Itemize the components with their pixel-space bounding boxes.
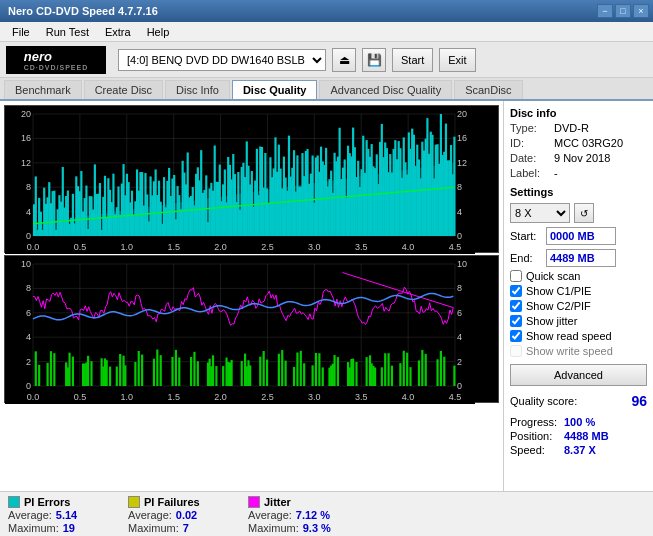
disc-label-value: - [554,167,558,179]
menu-help[interactable]: Help [139,24,178,40]
jitter-avg-value: 7.12 % [296,509,330,521]
chart-bottom [4,255,499,403]
show-c2pif-checkbox[interactable] [510,300,522,312]
jitter-max: Maximum: 9.3 % [248,522,348,534]
show-write-speed-checkbox [510,345,522,357]
nero-logo: nero CD·DVD/SPEED [6,46,106,74]
speed-row: Speed: 8.37 X [510,444,647,456]
right-panel: Disc info Type: DVD-R ID: MCC 03RG20 Dat… [503,101,653,491]
pi-failures-max-value: 7 [183,522,189,534]
position-row: Position: 4488 MB [510,430,647,442]
toolbar: nero CD·DVD/SPEED [4:0] BENQ DVD DD DW16… [0,42,653,78]
refresh-icon[interactable]: ↺ [574,203,594,223]
date-value: 9 Nov 2018 [554,152,610,164]
start-button[interactable]: Start [392,48,433,72]
app-title: Nero CD-DVD Speed 4.7.7.16 [8,5,158,17]
show-c1pie-label: Show C1/PIE [526,285,591,297]
progress-row: Progress: 100 % [510,416,647,428]
start-mb-row: Start: [510,227,647,245]
menu-file[interactable]: File [4,24,38,40]
jitter-max-value: 9.3 % [303,522,331,534]
pi-failures-avg-value: 0.02 [176,509,197,521]
jitter-color [248,496,260,508]
main-content: Disc info Type: DVD-R ID: MCC 03RG20 Dat… [0,101,653,491]
show-jitter-row: Show jitter [510,315,647,327]
tab-benchmark[interactable]: Benchmark [4,80,82,99]
minimize-button[interactable]: − [597,4,613,18]
pi-errors-max: Maximum: 19 [8,522,108,534]
show-c2pif-label: Show C2/PIF [526,300,591,312]
close-button[interactable]: × [633,4,649,18]
progress-label: Progress: [510,416,560,428]
jitter-header: Jitter [248,496,348,508]
chart-top [4,105,499,253]
pi-failures-color [128,496,140,508]
show-read-speed-label: Show read speed [526,330,612,342]
tab-advanced-disc-quality[interactable]: Advanced Disc Quality [319,80,452,99]
menu-run-test[interactable]: Run Test [38,24,97,40]
start-label: Start: [510,230,542,242]
show-jitter-label: Show jitter [526,315,577,327]
show-c1pie-checkbox[interactable] [510,285,522,297]
quick-scan-checkbox[interactable] [510,270,522,282]
pi-errors-avg-label: Average: [8,509,52,521]
chart-area [0,101,503,491]
speed-select[interactable]: 8 X [510,203,570,223]
id-value: MCC 03RG20 [554,137,623,149]
show-write-speed-row: Show write speed [510,345,647,357]
speed-value: 8.37 X [564,444,596,456]
jitter-title: Jitter [264,496,291,508]
date-row: Date: 9 Nov 2018 [510,152,647,164]
pi-errors-color [8,496,20,508]
save-icon[interactable]: 💾 [362,48,386,72]
tab-bar: Benchmark Create Disc Disc Info Disc Qua… [0,78,653,101]
settings-title: Settings [510,186,647,198]
id-label: ID: [510,137,550,149]
pi-errors-group: PI Errors Average: 5.14 Maximum: 19 Tota… [8,496,108,536]
maximize-button[interactable]: □ [615,4,631,18]
show-read-speed-checkbox[interactable] [510,330,522,342]
tab-scandisc[interactable]: ScanDisc [454,80,522,99]
pi-errors-title: PI Errors [24,496,70,508]
drive-select[interactable]: [4:0] BENQ DVD DD DW1640 BSLB [118,49,326,71]
progress-value: 100 % [564,416,595,428]
speed-row: 8 X ↺ [510,203,647,223]
show-c2pif-row: Show C2/PIF [510,300,647,312]
show-write-speed-label: Show write speed [526,345,613,357]
show-read-speed-row: Show read speed [510,330,647,342]
type-row: Type: DVD-R [510,122,647,134]
pi-errors-max-value: 19 [63,522,75,534]
pi-failures-avg: Average: 0.02 [128,509,228,521]
type-value: DVD-R [554,122,589,134]
jitter-group: Jitter Average: 7.12 % Maximum: 9.3 % PO… [248,496,348,536]
pi-errors-avg-value: 5.14 [56,509,77,521]
pi-failures-max-label: Maximum: [128,522,179,534]
end-input[interactable] [546,249,616,267]
start-input[interactable] [546,227,616,245]
quality-row: Quality score: 96 [510,393,647,409]
stats-bar: PI Errors Average: 5.14 Maximum: 19 Tota… [0,491,653,536]
pi-failures-avg-label: Average: [128,509,172,521]
menu-extra[interactable]: Extra [97,24,139,40]
end-label: End: [510,252,542,264]
end-mb-row: End: [510,249,647,267]
quality-label: Quality score: [510,395,577,407]
tab-disc-info[interactable]: Disc Info [165,80,230,99]
tab-disc-quality[interactable]: Disc Quality [232,80,318,99]
progress-area: Progress: 100 % Position: 4488 MB Speed:… [510,416,647,456]
quality-value: 96 [631,393,647,409]
pi-failures-title: PI Failures [144,496,200,508]
pi-failures-max: Maximum: 7 [128,522,228,534]
label-row: Label: - [510,167,647,179]
advanced-button[interactable]: Advanced [510,364,647,386]
speed-label: Speed: [510,444,560,456]
type-label: Type: [510,122,550,134]
disc-info-title: Disc info [510,107,647,119]
show-jitter-checkbox[interactable] [510,315,522,327]
id-row: ID: MCC 03RG20 [510,137,647,149]
eject-icon[interactable]: ⏏ [332,48,356,72]
exit-button[interactable]: Exit [439,48,475,72]
jitter-avg: Average: 7.12 % [248,509,348,521]
tab-create-disc[interactable]: Create Disc [84,80,163,99]
title-bar: Nero CD-DVD Speed 4.7.7.16 − □ × [0,0,653,22]
